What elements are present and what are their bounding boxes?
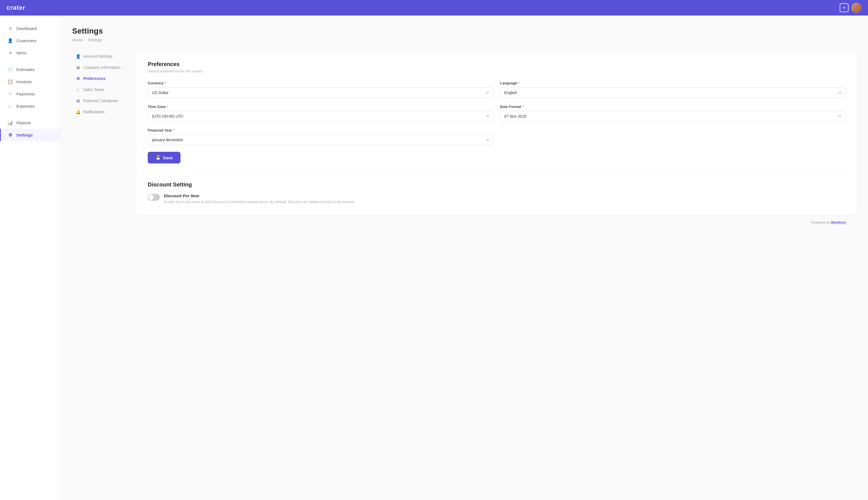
preferences-subtitle: Default preferences for the system. bbox=[148, 69, 846, 73]
sidebar: ⊞ Dashboard 👤 Customers ★ Items 📄 Estima… bbox=[0, 15, 61, 500]
language-required: * bbox=[518, 81, 520, 85]
section-divider bbox=[148, 172, 846, 173]
form-group-financialyear: Financial Year * january-december bbox=[148, 128, 493, 145]
footer-brand: Bytefury bbox=[831, 220, 846, 225]
form-row-currency-language: Currency * US Dollar Language * bbox=[148, 81, 846, 98]
discount-toggle-desc: Enable this if you want to add Discount … bbox=[164, 199, 355, 205]
customers-icon: 👤 bbox=[8, 38, 13, 43]
dateformat-required: * bbox=[522, 105, 524, 109]
currency-required: * bbox=[165, 81, 166, 85]
page-title: Settings bbox=[72, 27, 857, 35]
expenses-icon: ▷ bbox=[8, 103, 13, 109]
subnav-company[interactable]: ▦ Company Information bbox=[72, 62, 128, 73]
financialyear-required: * bbox=[173, 128, 174, 132]
dashboard-icon: ⊞ bbox=[8, 25, 13, 31]
discount-toggle-row: Discount Per Item Enable this if you wan… bbox=[148, 193, 846, 205]
sidebar-item-customers[interactable]: 👤 Customers bbox=[0, 34, 61, 47]
discount-text: Discount Per Item Enable this if you wan… bbox=[164, 193, 355, 205]
save-button[interactable]: 💾 Save bbox=[148, 152, 180, 163]
app-logo: crater bbox=[7, 4, 25, 11]
breadcrumb-home[interactable]: Home bbox=[72, 38, 82, 42]
items-icon: ★ bbox=[8, 50, 13, 56]
add-button[interactable]: + bbox=[840, 3, 848, 12]
payments-icon: ≡ bbox=[8, 91, 13, 96]
expense-icon: ▦ bbox=[76, 98, 80, 103]
sidebar-item-estimates[interactable]: 📄 Estimates bbox=[0, 63, 61, 76]
settings-subnav: 👤 Account Settings ▦ Company Information… bbox=[72, 51, 128, 215]
language-label: Language * bbox=[500, 81, 846, 85]
dateformat-select[interactable]: 07 Nov 2019 bbox=[500, 111, 846, 122]
company-icon: ▦ bbox=[76, 65, 80, 70]
currency-select[interactable]: US Dollar bbox=[148, 88, 493, 98]
salestaxes-icon: ✓ bbox=[76, 87, 80, 92]
subnav-notifications[interactable]: 🔔 Notifications bbox=[72, 106, 128, 117]
currency-label: Currency * bbox=[148, 81, 493, 85]
settings-panel: Preferences Default preferences for the … bbox=[137, 51, 857, 215]
preferences-title: Preferences bbox=[148, 61, 846, 67]
subnav-account[interactable]: 👤 Account Settings bbox=[72, 51, 128, 61]
subnav-expense[interactable]: ▦ Expense Categories bbox=[72, 95, 128, 106]
timezone-select[interactable]: (UTC+00:00) UTC bbox=[148, 111, 493, 122]
content-layout: 👤 Account Settings ▦ Company Information… bbox=[72, 51, 857, 215]
timezone-label: Time Zone * bbox=[148, 105, 493, 109]
settings-icon: ⚙ bbox=[8, 132, 13, 138]
avatar[interactable] bbox=[852, 3, 861, 13]
form-row-financialyear: Financial Year * january-december bbox=[148, 128, 493, 145]
save-icon: 💾 bbox=[156, 155, 161, 160]
main-content: Settings Home / Settings 👤 Account Setti… bbox=[61, 15, 868, 500]
sidebar-item-expenses[interactable]: ▷ Expenses bbox=[0, 100, 61, 112]
timezone-required: * bbox=[167, 105, 168, 109]
topnav: crater + bbox=[0, 0, 868, 15]
discount-toggle-label: Discount Per Item bbox=[164, 193, 355, 198]
preferences-icon: ⚙ bbox=[76, 76, 80, 81]
discount-toggle[interactable] bbox=[148, 194, 160, 201]
sidebar-item-reports[interactable]: 📊 Reports bbox=[0, 116, 61, 129]
discount-title: Discount Setting bbox=[148, 181, 846, 188]
form-group-currency: Currency * US Dollar bbox=[148, 81, 493, 98]
form-group-timezone: Time Zone * (UTC+00:00) UTC bbox=[148, 105, 493, 122]
sidebar-item-items[interactable]: ★ Items bbox=[0, 47, 61, 59]
financialyear-label: Financial Year * bbox=[148, 128, 493, 132]
language-select[interactable]: English bbox=[500, 88, 846, 98]
breadcrumb-separator: / bbox=[85, 38, 86, 42]
sidebar-item-settings[interactable]: ⚙ Settings bbox=[0, 129, 61, 141]
invoices-icon: 📋 bbox=[8, 79, 13, 84]
subnav-salestaxes[interactable]: ✓ Sales Taxes bbox=[72, 84, 128, 95]
sidebar-item-invoices[interactable]: 📋 Invoices bbox=[0, 76, 61, 88]
breadcrumb-current: Settings bbox=[88, 38, 102, 42]
form-group-dateformat: Date Format * 07 Nov 2019 bbox=[500, 105, 846, 122]
estimates-icon: 📄 bbox=[8, 67, 13, 72]
notifications-icon: 🔔 bbox=[76, 109, 80, 114]
financialyear-select[interactable]: january-december bbox=[148, 135, 493, 145]
topnav-right: + bbox=[840, 3, 861, 13]
subnav-preferences[interactable]: ⚙ Preferences bbox=[72, 73, 128, 84]
form-row-timezone-dateformat: Time Zone * (UTC+00:00) UTC Date Format … bbox=[148, 105, 846, 122]
sidebar-item-payments[interactable]: ≡ Payments bbox=[0, 88, 61, 100]
breadcrumb: Home / Settings bbox=[72, 38, 857, 42]
avatar-image bbox=[852, 3, 861, 13]
footer: Powered by Bytefury bbox=[72, 215, 857, 230]
dateformat-label: Date Format * bbox=[500, 105, 846, 109]
account-icon: 👤 bbox=[76, 54, 80, 59]
reports-icon: 📊 bbox=[8, 120, 13, 125]
form-group-language: Language * English bbox=[500, 81, 846, 98]
sidebar-item-dashboard[interactable]: ⊞ Dashboard bbox=[0, 22, 61, 34]
